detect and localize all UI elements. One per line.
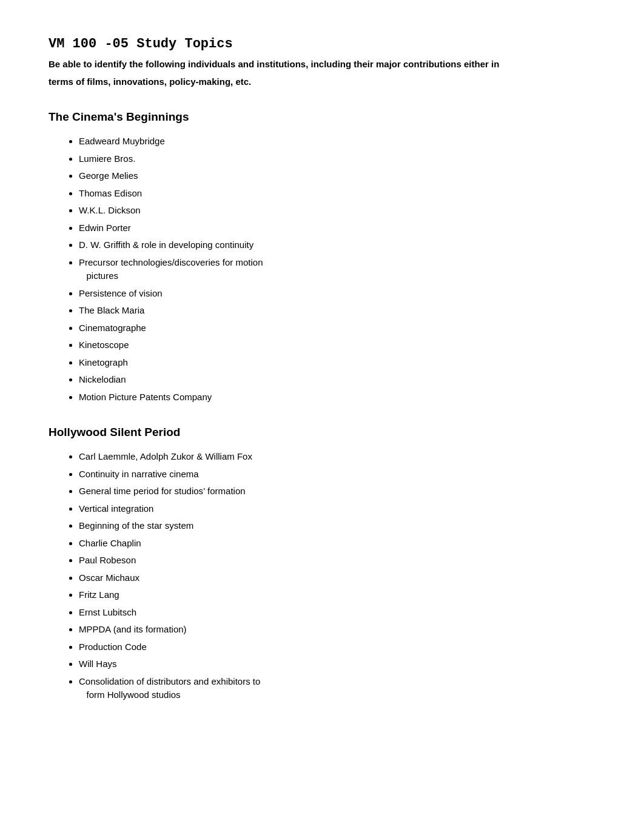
list-item: Vertical integration — [79, 502, 595, 516]
list-item: Cinematographe — [79, 321, 595, 335]
list-item: Lumiere Bros. — [79, 152, 595, 166]
list-item: Motion Picture Patents Company — [79, 391, 595, 404]
list-item: Production Code — [79, 640, 595, 654]
list-item: Kinetograph — [79, 356, 595, 370]
list-item: Persistence of vision — [79, 287, 595, 301]
section-cinema-beginnings: The Cinema's Beginnings Eadweard Muybrid… — [49, 110, 595, 404]
cinema-list: Eadweard Muybridge Lumiere Bros. George … — [49, 135, 595, 404]
intro-line1: Be able to identify the following indivi… — [49, 58, 595, 72]
list-item: Fritz Lang — [79, 588, 595, 602]
list-item: Carl Laemmle, Adolph Zukor & William Fox — [79, 450, 595, 464]
list-item: Paul Robeson — [79, 554, 595, 568]
list-item: Oscar Michaux — [79, 571, 595, 585]
list-item: Charlie Chaplin — [79, 537, 595, 551]
list-item: MPPDA (and its formation) — [79, 623, 595, 637]
hollywood-list: Carl Laemmle, Adolph Zukor & William Fox… — [49, 450, 595, 702]
list-item: Ernst Lubitsch — [79, 606, 595, 620]
section-hollywood-silent: Hollywood Silent Period Carl Laemmle, Ad… — [49, 426, 595, 702]
list-item: Eadweard Muybridge — [79, 135, 595, 149]
list-item: Nickelodian — [79, 373, 595, 387]
list-item: The Black Maria — [79, 304, 595, 318]
section-heading-hollywood: Hollywood Silent Period — [49, 426, 595, 439]
section-heading-cinema: The Cinema's Beginnings — [49, 110, 595, 124]
list-item: Will Hays — [79, 657, 595, 671]
list-item: Precursor technologies/discoveries for m… — [79, 256, 595, 283]
page-title: VM 100 -05 Study Topics — [49, 36, 595, 52]
intro-line2: terms of films, innovations, policy-maki… — [49, 75, 595, 89]
list-item: George Melies — [79, 169, 595, 183]
list-item: Beginning of the star system — [79, 519, 595, 533]
list-item: Kinetoscope — [79, 338, 595, 352]
list-item: Thomas Edison — [79, 187, 595, 201]
list-item: Edwin Porter — [79, 221, 595, 235]
list-item: Continuity in narrative cinema — [79, 468, 595, 481]
list-item: W.K.L. Dickson — [79, 204, 595, 218]
list-item: Consolidation of distributors and exhibi… — [79, 675, 595, 702]
list-item: D. W. Griffith & role in developing cont… — [79, 238, 595, 252]
list-item: General time period for studios’ formati… — [79, 485, 595, 498]
